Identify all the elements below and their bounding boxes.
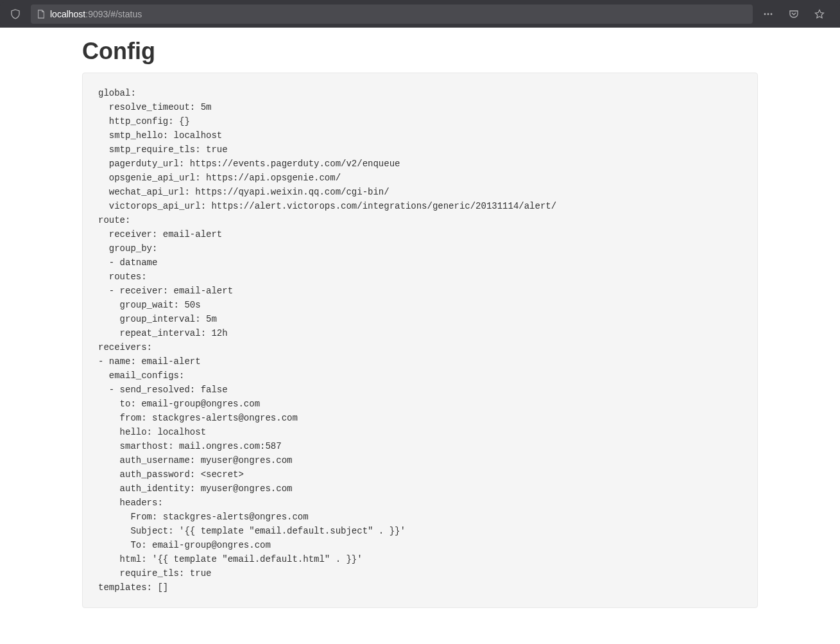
browser-chrome: localhost:9093/#/status — [0, 0, 840, 28]
browser-toolbar: localhost:9093/#/status — [0, 2, 840, 26]
toolbar-right — [759, 9, 834, 19]
svg-point-1 — [767, 13, 769, 15]
page-content: Config global: resolve_timeout: 5m http_… — [0, 28, 840, 634]
page-icon — [36, 9, 46, 19]
url-path: :9093/#/status — [85, 9, 142, 19]
url-text: localhost:9093/#/status — [50, 9, 142, 19]
svg-point-2 — [771, 13, 773, 15]
more-icon[interactable] — [763, 9, 773, 19]
config-yaml-block: global: resolve_timeout: 5m http_config:… — [82, 73, 758, 608]
bookmark-star-icon[interactable] — [814, 9, 825, 19]
url-host: localhost — [50, 9, 85, 19]
address-bar[interactable]: localhost:9093/#/status — [31, 4, 753, 24]
shield-icon[interactable] — [10, 9, 21, 19]
pocket-icon[interactable] — [789, 9, 799, 19]
svg-point-0 — [764, 13, 766, 15]
page-title: Config — [82, 38, 758, 65]
